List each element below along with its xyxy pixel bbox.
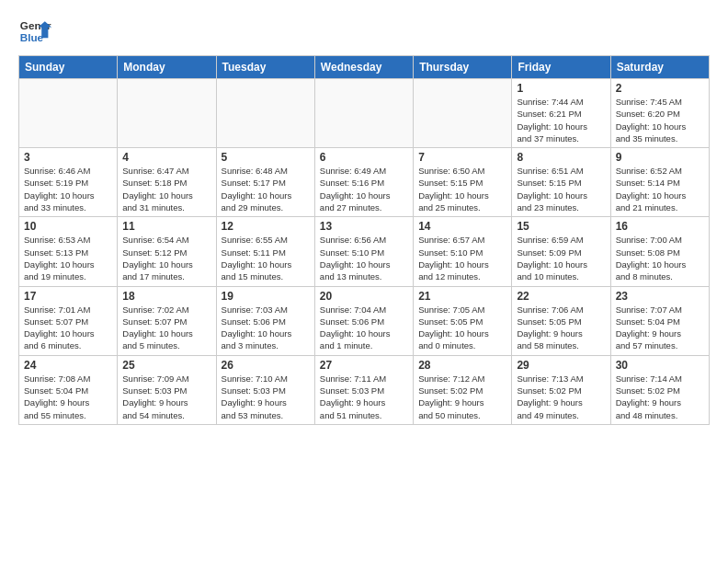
day-cell: 14Sunrise: 6:57 AM Sunset: 5:10 PM Dayli… [414,217,512,286]
day-info: Sunrise: 7:07 AM Sunset: 5:04 PM Dayligh… [616,304,704,352]
day-cell: 9Sunrise: 6:52 AM Sunset: 5:14 PM Daylig… [610,148,709,217]
day-info: Sunrise: 7:02 AM Sunset: 5:07 PM Dayligh… [122,304,210,352]
day-info: Sunrise: 6:54 AM Sunset: 5:12 PM Dayligh… [122,234,210,282]
day-number: 17 [24,290,112,303]
day-info: Sunrise: 7:10 AM Sunset: 5:03 PM Dayligh… [222,373,310,421]
day-info: Sunrise: 6:48 AM Sunset: 5:17 PM Dayligh… [222,165,310,213]
logo: General Blue [18,15,51,48]
day-number: 24 [24,359,112,372]
day-info: Sunrise: 6:55 AM Sunset: 5:11 PM Dayligh… [222,234,310,282]
day-cell [314,79,413,148]
day-cell: 23Sunrise: 7:07 AM Sunset: 5:04 PM Dayli… [610,286,709,355]
day-number: 26 [222,359,310,372]
day-cell: 6Sunrise: 6:49 AM Sunset: 5:16 PM Daylig… [314,148,413,217]
day-number: 27 [320,359,408,372]
day-number: 22 [517,290,605,303]
day-number: 8 [517,151,605,164]
day-number: 12 [222,220,310,233]
day-number: 30 [616,359,704,372]
day-cell: 28Sunrise: 7:12 AM Sunset: 5:02 PM Dayli… [414,355,512,424]
day-cell: 22Sunrise: 7:06 AM Sunset: 5:05 PM Dayli… [512,286,610,355]
day-info: Sunrise: 7:45 AM Sunset: 6:20 PM Dayligh… [616,96,704,144]
day-info: Sunrise: 6:59 AM Sunset: 5:09 PM Dayligh… [517,234,605,282]
day-number: 3 [24,151,112,164]
day-number: 14 [418,220,506,233]
day-cell: 29Sunrise: 7:13 AM Sunset: 5:02 PM Dayli… [512,355,610,424]
day-info: Sunrise: 7:11 AM Sunset: 5:03 PM Dayligh… [320,373,408,421]
day-cell: 21Sunrise: 7:05 AM Sunset: 5:05 PM Dayli… [414,286,512,355]
day-cell: 27Sunrise: 7:11 AM Sunset: 5:03 PM Dayli… [314,355,413,424]
col-header-thursday: Thursday [414,56,512,79]
col-header-sunday: Sunday [19,56,118,79]
day-info: Sunrise: 6:57 AM Sunset: 5:10 PM Dayligh… [418,234,506,282]
day-info: Sunrise: 7:06 AM Sunset: 5:05 PM Dayligh… [517,304,605,352]
week-row-5: 24Sunrise: 7:08 AM Sunset: 5:04 PM Dayli… [19,355,710,424]
day-cell [118,79,216,148]
day-number: 19 [222,290,310,303]
day-cell: 8Sunrise: 6:51 AM Sunset: 5:15 PM Daylig… [512,148,610,217]
day-cell: 2Sunrise: 7:45 AM Sunset: 6:20 PM Daylig… [610,79,709,148]
day-info: Sunrise: 6:47 AM Sunset: 5:18 PM Dayligh… [122,165,210,213]
day-number: 7 [418,151,506,164]
day-info: Sunrise: 7:05 AM Sunset: 5:05 PM Dayligh… [418,304,506,352]
day-number: 5 [222,151,310,164]
day-number: 9 [616,151,704,164]
day-number: 16 [616,220,704,233]
day-cell: 30Sunrise: 7:14 AM Sunset: 5:02 PM Dayli… [610,355,709,424]
day-number: 11 [122,220,210,233]
calendar-header-row: SundayMondayTuesdayWednesdayThursdayFrid… [19,56,710,79]
col-header-wednesday: Wednesday [314,56,413,79]
day-cell [216,79,314,148]
day-number: 6 [320,151,408,164]
day-cell: 20Sunrise: 7:04 AM Sunset: 5:06 PM Dayli… [314,286,413,355]
day-cell [414,79,512,148]
day-cell: 10Sunrise: 6:53 AM Sunset: 5:13 PM Dayli… [19,217,118,286]
col-header-saturday: Saturday [610,56,709,79]
week-row-2: 3Sunrise: 6:46 AM Sunset: 5:19 PM Daylig… [19,148,710,217]
day-info: Sunrise: 6:46 AM Sunset: 5:19 PM Dayligh… [24,165,112,213]
day-number: 1 [517,82,605,95]
day-info: Sunrise: 7:03 AM Sunset: 5:06 PM Dayligh… [222,304,310,352]
day-info: Sunrise: 7:08 AM Sunset: 5:04 PM Dayligh… [24,373,112,421]
day-info: Sunrise: 7:00 AM Sunset: 5:08 PM Dayligh… [616,234,704,282]
day-info: Sunrise: 7:44 AM Sunset: 6:21 PM Dayligh… [517,96,605,144]
col-header-tuesday: Tuesday [216,56,314,79]
day-info: Sunrise: 6:53 AM Sunset: 5:13 PM Dayligh… [24,234,112,282]
day-cell: 11Sunrise: 6:54 AM Sunset: 5:12 PM Dayli… [118,217,216,286]
header: General Blue [18,15,710,48]
day-number: 28 [418,359,506,372]
day-info: Sunrise: 6:49 AM Sunset: 5:16 PM Dayligh… [320,165,408,213]
calendar: SundayMondayTuesdayWednesdayThursdayFrid… [18,55,710,425]
logo-icon: General Blue [18,15,51,48]
day-info: Sunrise: 7:12 AM Sunset: 5:02 PM Dayligh… [418,373,506,421]
day-info: Sunrise: 7:13 AM Sunset: 5:02 PM Dayligh… [517,373,605,421]
day-number: 18 [122,290,210,303]
day-cell: 13Sunrise: 6:56 AM Sunset: 5:10 PM Dayli… [314,217,413,286]
page: General Blue SundayMondayTuesdayWednesda… [0,0,728,434]
day-info: Sunrise: 7:09 AM Sunset: 5:03 PM Dayligh… [122,373,210,421]
day-cell: 15Sunrise: 6:59 AM Sunset: 5:09 PM Dayli… [512,217,610,286]
day-cell: 7Sunrise: 6:50 AM Sunset: 5:15 PM Daylig… [414,148,512,217]
day-number: 13 [320,220,408,233]
day-cell [19,79,118,148]
col-header-friday: Friday [512,56,610,79]
day-number: 21 [418,290,506,303]
day-number: 2 [616,82,704,95]
day-info: Sunrise: 6:50 AM Sunset: 5:15 PM Dayligh… [418,165,506,213]
day-info: Sunrise: 7:14 AM Sunset: 5:02 PM Dayligh… [616,373,704,421]
day-cell: 3Sunrise: 6:46 AM Sunset: 5:19 PM Daylig… [19,148,118,217]
day-number: 4 [122,151,210,164]
week-row-4: 17Sunrise: 7:01 AM Sunset: 5:07 PM Dayli… [19,286,710,355]
day-number: 10 [24,220,112,233]
week-row-3: 10Sunrise: 6:53 AM Sunset: 5:13 PM Dayli… [19,217,710,286]
day-number: 23 [616,290,704,303]
day-cell: 25Sunrise: 7:09 AM Sunset: 5:03 PM Dayli… [118,355,216,424]
day-number: 15 [517,220,605,233]
day-cell: 19Sunrise: 7:03 AM Sunset: 5:06 PM Dayli… [216,286,314,355]
day-cell: 1Sunrise: 7:44 AM Sunset: 6:21 PM Daylig… [512,79,610,148]
day-cell: 26Sunrise: 7:10 AM Sunset: 5:03 PM Dayli… [216,355,314,424]
day-cell: 5Sunrise: 6:48 AM Sunset: 5:17 PM Daylig… [216,148,314,217]
col-header-monday: Monday [118,56,216,79]
day-cell: 17Sunrise: 7:01 AM Sunset: 5:07 PM Dayli… [19,286,118,355]
day-info: Sunrise: 7:01 AM Sunset: 5:07 PM Dayligh… [24,304,112,352]
